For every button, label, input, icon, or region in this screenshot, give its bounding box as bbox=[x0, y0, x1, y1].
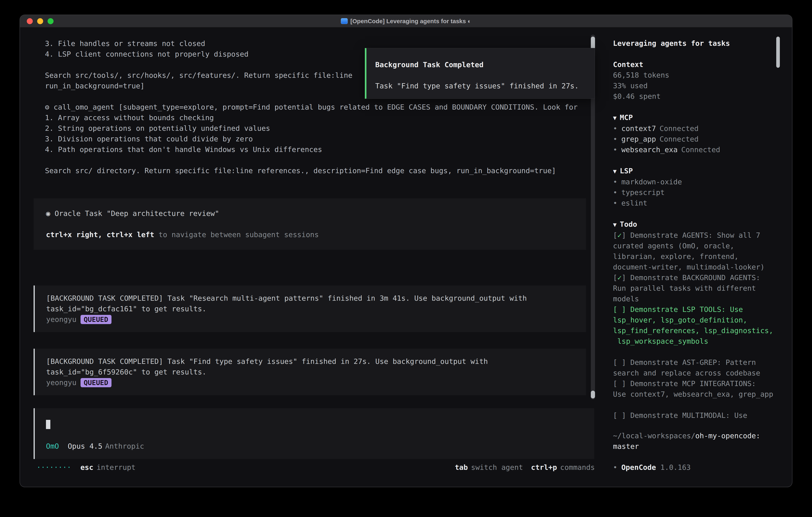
context-heading: Context bbox=[613, 59, 780, 70]
check-icon: ✓ bbox=[617, 231, 622, 239]
subagent-nav-keys: ctrl+x right, ctrl+x left bbox=[46, 230, 154, 239]
terminal-window: [OpenCode] Leveraging agents for tasks ◐… bbox=[20, 15, 792, 487]
message-author: yeongyu bbox=[46, 377, 77, 388]
oracle-task-title: ◉ Oracle Task "Deep architecture review" bbox=[46, 208, 586, 219]
bullet-icon: • bbox=[613, 463, 617, 471]
input-agent-name: OmO bbox=[46, 441, 59, 452]
mcp-section: ▼MCP •context7Connected •grep_appConnect… bbox=[613, 112, 780, 155]
background-task-notification[interactable]: Background Task Completed Task "Find typ… bbox=[365, 48, 595, 99]
context-tokens: 66,518 tokens bbox=[613, 70, 780, 80]
bullet-icon: • bbox=[613, 178, 617, 186]
context-section: Context 66,518 tokens 33% used $0.46 spe… bbox=[613, 59, 780, 102]
titlebar[interactable]: [OpenCode] Leveraging agents for tasks ◐ bbox=[20, 15, 792, 27]
todo-section: ▼Todo [✓] Demonstrate AGENTS: Show all 7… bbox=[613, 219, 780, 420]
minimize-button[interactable] bbox=[37, 18, 43, 24]
shortcut-switch-agent: tab switch agent bbox=[455, 462, 523, 472]
input-provider-name: Anthropic bbox=[105, 441, 144, 452]
oracle-task-panel: ◉ Oracle Task "Deep architecture review"… bbox=[34, 198, 586, 250]
shortcut-commands: ctrl+p commands bbox=[531, 462, 595, 472]
bullet-icon: • bbox=[613, 145, 617, 154]
message-text: [BACKGROUND TASK COMPLETED] Task "Find t… bbox=[46, 356, 578, 377]
notification-body: Task "Find type safety issues" finished … bbox=[375, 81, 594, 91]
context-spent: $0.46 spent bbox=[613, 91, 780, 102]
window-title-group: [OpenCode] Leveraging agents for tasks ◐ bbox=[341, 18, 471, 25]
input-model-name: Opus 4.5 bbox=[68, 441, 102, 452]
traffic-lights bbox=[27, 15, 54, 27]
lsp-section: ▼LSP •markdown-oxide •typescript •eslint bbox=[613, 166, 780, 208]
mcp-item: •context7Connected bbox=[613, 123, 780, 134]
shortcut-interrupt: esc interrupt bbox=[80, 462, 136, 472]
check-icon: ✓ bbox=[617, 273, 622, 282]
desktop: [OpenCode] Leveraging agents for tasks ◐… bbox=[0, 0, 812, 517]
todo-item: [✓] Demonstrate AGENTS: Show all 7 curat… bbox=[613, 230, 780, 272]
check-icon bbox=[617, 379, 622, 388]
todo-item: [ ] Demonstrate LSP TOOLS: Use lsp_hover… bbox=[613, 304, 780, 347]
bullet-icon: • bbox=[613, 199, 617, 207]
input-meta: OmO Opus 4.5 Anthropic bbox=[46, 441, 594, 452]
git-branch: master bbox=[613, 441, 760, 452]
check-icon bbox=[617, 358, 622, 366]
todo-heading[interactable]: ▼Todo bbox=[613, 219, 780, 230]
lsp-heading[interactable]: ▼LSP bbox=[613, 166, 780, 176]
collapse-triangle-icon: ▼ bbox=[613, 221, 617, 228]
todo-item: [ ] Demonstrate MCP INTEGRATIONS: Use co… bbox=[613, 378, 780, 400]
lsp-item: •typescript bbox=[613, 187, 780, 198]
session-title: Leveraging agents for tasks bbox=[613, 38, 780, 49]
notification-title: Background Task Completed bbox=[375, 59, 594, 70]
message-block: [BACKGROUND TASK COMPLETED] Task "Resear… bbox=[34, 285, 586, 332]
mcp-item: •grep_appConnected bbox=[613, 134, 780, 144]
todo-item: [ ] Demonstrate MULTIMODAL: Use bbox=[613, 410, 780, 420]
mcp-item: •websearch_exaConnected bbox=[613, 144, 780, 155]
zoom-button[interactable] bbox=[48, 18, 54, 24]
window-title: [OpenCode] Leveraging agents for tasks ◐ bbox=[350, 18, 471, 25]
collapse-triangle-icon: ▼ bbox=[613, 114, 617, 121]
message-author: yeongyu bbox=[46, 314, 77, 325]
queued-badge: QUEUED bbox=[81, 315, 112, 324]
todo-item: [✓] Demonstrate BACKGROUND AGENTS: Run p… bbox=[613, 272, 780, 304]
check-icon bbox=[617, 411, 622, 419]
lsp-item: •eslint bbox=[613, 198, 780, 208]
mcp-heading[interactable]: ▼MCP bbox=[613, 112, 780, 123]
spinner-dots: ········ bbox=[36, 462, 71, 472]
text-cursor bbox=[46, 420, 50, 429]
sidebar-scrollbar[interactable] bbox=[776, 36, 780, 68]
prompt-input[interactable]: OmO Opus 4.5 Anthropic bbox=[34, 408, 594, 459]
close-button[interactable] bbox=[27, 18, 33, 24]
status-bar: ········ esc interrupt tab switch agent … bbox=[20, 462, 602, 472]
scrollbar-thumb[interactable] bbox=[591, 391, 595, 399]
app-icon bbox=[341, 18, 348, 24]
bullet-icon: • bbox=[613, 124, 617, 133]
scrollbar-thumb[interactable] bbox=[591, 36, 595, 50]
subagent-nav-hint: ctrl+x right, ctrl+x left to navigate be… bbox=[46, 229, 586, 240]
lsp-item: •markdown-oxide bbox=[613, 176, 780, 187]
workspace-path: ~/local-workspaces/oh-my-opencode: maste… bbox=[613, 430, 760, 452]
message-text: [BACKGROUND TASK COMPLETED] Task "Resear… bbox=[46, 293, 578, 314]
todo-item: [ ] Demonstrate AST-GREP: Pattern search… bbox=[613, 357, 780, 378]
collapse-triangle-icon: ▼ bbox=[613, 168, 617, 175]
context-used: 33% used bbox=[613, 80, 780, 91]
queued-badge: QUEUED bbox=[81, 378, 112, 387]
chat-pane: 3. File handles or streams not closed 4.… bbox=[20, 27, 602, 487]
opencode-version: •OpenCode1.0.163 bbox=[613, 462, 691, 472]
message-block: [BACKGROUND TASK COMPLETED] Task "Find t… bbox=[34, 349, 586, 395]
bullet-icon: • bbox=[613, 135, 617, 143]
sidebar: Leveraging agents for tasks Context 66,5… bbox=[602, 27, 792, 487]
bullet-icon: • bbox=[613, 188, 617, 196]
check-icon bbox=[617, 305, 622, 314]
